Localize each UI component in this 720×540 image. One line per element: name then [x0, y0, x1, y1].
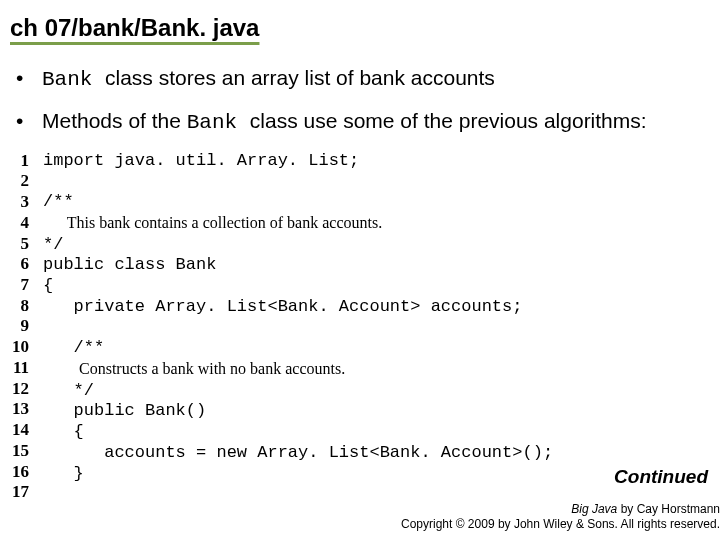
bullet-tail: class use some of the previous algorithm…: [250, 109, 647, 132]
footer-author: by Cay Horstmann: [617, 502, 720, 516]
code-line: {: [43, 422, 84, 441]
code-line: import java. util. Array. List;: [43, 151, 359, 170]
continued-label: Continued: [614, 466, 708, 488]
code-comment: Constructs a bank with no bank accounts.: [43, 360, 345, 377]
footer-line-2: Copyright © 2009 by John Wiley & Sons. A…: [401, 517, 720, 532]
footer-book-title: Big Java: [571, 502, 617, 516]
bullet-rest: class stores an array list of bank accou…: [105, 66, 495, 89]
bullet-item: • Bank class stores an array list of ban…: [16, 64, 710, 93]
code-line: {: [43, 276, 53, 295]
slide-title: ch 07/bank/Bank. java: [10, 14, 710, 42]
bullet-text: Bank class stores an array list of bank …: [42, 64, 710, 93]
code-block: 1 2 3 4 5 6 7 8 9 10 11 12 13 14 15 16 1…: [12, 151, 710, 503]
bullet-item: • Methods of the Bank class use some of …: [16, 107, 710, 136]
code-line: public Bank(): [43, 401, 206, 420]
bullet-rest: Methods of the: [42, 109, 187, 132]
footer-line-1: Big Java by Cay Horstmann: [401, 502, 720, 517]
code-line: public class Bank: [43, 255, 216, 274]
line-number-gutter: 1 2 3 4 5 6 7 8 9 10 11 12 13 14 15 16 1…: [12, 151, 43, 503]
code-line: private Array. List<Bank. Account> accou…: [43, 297, 522, 316]
code-comment: This bank contains a collection of bank …: [43, 214, 382, 231]
bullet-code-span: Bank: [42, 68, 105, 91]
code-line: */: [43, 235, 63, 254]
bullet-text: Methods of the Bank class use some of th…: [42, 107, 710, 136]
bullet-marker: •: [16, 64, 42, 93]
code-content: import java. util. Array. List; /** This…: [43, 151, 553, 503]
bullet-code-span: Bank: [187, 111, 250, 134]
bullet-list: • Bank class stores an array list of ban…: [16, 64, 710, 137]
code-line: }: [43, 464, 84, 483]
code-line: */: [43, 381, 94, 400]
code-line: accounts = new Array. List<Bank. Account…: [43, 443, 553, 462]
code-line: /**: [43, 338, 104, 357]
code-line: /**: [43, 192, 74, 211]
bullet-marker: •: [16, 107, 42, 136]
footer: Big Java by Cay Horstmann Copyright © 20…: [401, 502, 720, 532]
